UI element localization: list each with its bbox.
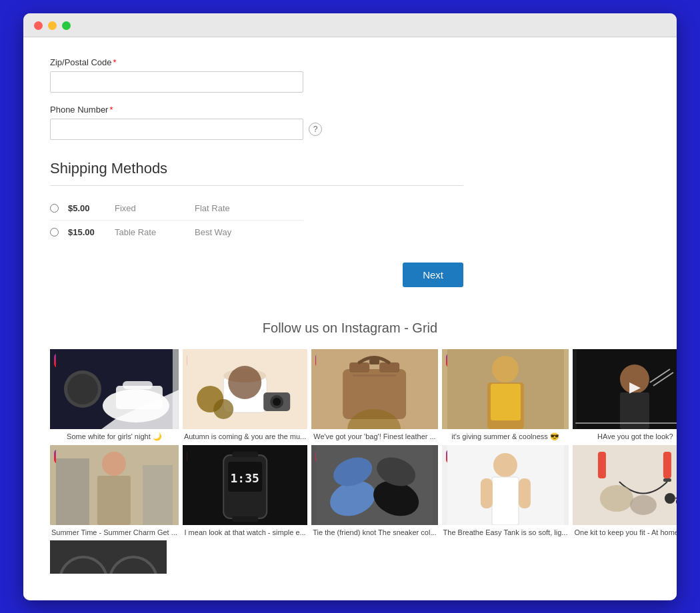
svg-rect-33 xyxy=(97,476,131,525)
instagram-thumb-4 xyxy=(442,349,569,429)
play-button: ▶ xyxy=(629,378,641,396)
svg-point-14 xyxy=(213,399,233,419)
shipping-option-1: $5.00 Fixed Flat Rate xyxy=(50,197,303,221)
instagram-item-11[interactable] xyxy=(50,540,167,574)
svg-rect-34 xyxy=(56,458,89,525)
svg-rect-35 xyxy=(143,465,173,525)
svg-point-12 xyxy=(273,398,281,406)
shipping-name-1: Flat Rate xyxy=(195,203,230,213)
instagram-caption-4: it's giving summer & coolness 😎 xyxy=(442,432,569,441)
phone-input[interactable] xyxy=(50,119,303,140)
next-button[interactable]: Next xyxy=(403,263,463,287)
browser-chrome xyxy=(23,13,677,37)
instagram-caption-10: One kit to keep you fit - At home wo... xyxy=(573,528,677,536)
shipping-radio-2[interactable] xyxy=(50,228,59,237)
instagram-thumb-6 xyxy=(50,445,179,525)
svg-point-5 xyxy=(67,374,98,404)
next-btn-row: Next xyxy=(50,263,650,287)
svg-rect-50 xyxy=(492,477,519,525)
zip-input[interactable] xyxy=(50,71,303,93)
svg-point-58 xyxy=(630,495,657,515)
progress-bar xyxy=(575,422,677,424)
phone-label: Phone Number* xyxy=(50,105,650,115)
svg-point-32 xyxy=(102,452,126,476)
phone-help-icon[interactable]: ? xyxy=(309,123,322,136)
phone-row: ? xyxy=(50,119,650,140)
instagram-section-title: Follow us on Instagram - Grid xyxy=(50,320,650,336)
maximize-button[interactable] xyxy=(62,21,71,30)
instagram-thumb-8 xyxy=(311,445,437,525)
svg-rect-61 xyxy=(50,540,167,574)
zip-required-star: * xyxy=(113,57,117,67)
svg-point-9 xyxy=(228,366,261,399)
instagram-section: Follow us on Instagram - Grid xyxy=(50,314,650,574)
instagram-caption-7: I mean look at that watch - simple e... xyxy=(183,528,307,536)
shipping-type-2: Table Rate xyxy=(115,227,195,237)
instagram-item-7[interactable]: 1:35 I mean look at that watch - simple … xyxy=(183,445,307,536)
instagram-thumb-9 xyxy=(442,445,569,525)
svg-rect-40 xyxy=(232,452,258,457)
shipping-name-2: Best Way xyxy=(195,227,231,237)
svg-rect-3 xyxy=(123,381,153,389)
instagram-caption-6: Summer Time - Summer Charm Get ... xyxy=(50,528,179,536)
shipping-price-1: $5.00 xyxy=(68,203,115,213)
instagram-item-5[interactable]: ▶ ⋯ HAve you got the look? xyxy=(573,349,677,441)
svg-rect-41 xyxy=(232,516,258,522)
instagram-thumb-1 xyxy=(50,349,179,429)
instagram-caption-8: Tie the (friend) knot The sneaker col... xyxy=(311,528,437,536)
instagram-item-6[interactable]: Summer Time - Summer Charm Get ... xyxy=(50,445,179,536)
browser-content: Zip/Postal Code* Phone Number* ? Shippin… xyxy=(23,37,677,600)
close-button[interactable] xyxy=(34,21,43,30)
svg-rect-54 xyxy=(663,452,671,478)
instagram-thumb-11 xyxy=(50,540,167,574)
svg-text:1:35: 1:35 xyxy=(230,471,259,485)
shipping-option-2: $15.00 Table Rate Best Way xyxy=(50,221,303,244)
shipping-divider xyxy=(50,185,463,186)
svg-rect-20 xyxy=(353,374,396,376)
instagram-thumb-10 xyxy=(573,445,677,525)
shipping-type-1: Fixed xyxy=(115,203,195,213)
phone-required-star: * xyxy=(109,105,113,115)
svg-rect-52 xyxy=(519,478,531,508)
shipping-price-2: $15.00 xyxy=(68,227,115,237)
instagram-thumb-7: 1:35 xyxy=(183,445,307,525)
instagram-item-8[interactable]: Tie the (friend) knot The sneaker col... xyxy=(311,445,437,536)
instagram-thumb-2 xyxy=(183,349,307,429)
browser-window: Zip/Postal Code* Phone Number* ? Shippin… xyxy=(23,13,677,600)
instagram-item-4[interactable]: it's giving summer & coolness 😎 xyxy=(442,349,569,441)
svg-rect-19 xyxy=(369,359,379,364)
instagram-caption-9: The Breathe Easy Tank is so soft, lig... xyxy=(442,528,569,536)
instagram-caption-2: Autumn is coming & you are the mu... xyxy=(183,432,307,440)
shipping-radio-1[interactable] xyxy=(50,204,59,213)
svg-rect-53 xyxy=(577,445,677,525)
instagram-item-2[interactable]: Autumn is coming & you are the mu... xyxy=(183,349,307,441)
instagram-item-1[interactable]: Some white for girls' night 🌙 xyxy=(50,349,179,441)
svg-point-59 xyxy=(665,493,675,504)
svg-rect-2 xyxy=(116,386,163,409)
svg-point-57 xyxy=(600,485,633,512)
form-section: Zip/Postal Code* Phone Number* ? xyxy=(50,57,650,140)
svg-point-23 xyxy=(492,356,519,382)
instagram-grid: Some white for girls' night 🌙 xyxy=(50,349,650,536)
minimize-button[interactable] xyxy=(48,21,57,30)
instagram-item-9[interactable]: The Breathe Easy Tank is so soft, lig... xyxy=(442,445,569,536)
instagram-partial-row xyxy=(50,540,650,574)
instagram-item-10[interactable]: One kit to keep you fit - At home wo... xyxy=(573,445,677,536)
zip-field-group: Zip/Postal Code* xyxy=(50,57,650,93)
shipping-title: Shipping Methods xyxy=(50,160,650,177)
instagram-caption-3: We've got your 'bag'! Finest leather ... xyxy=(311,432,437,440)
video-controls: ⋯ xyxy=(573,419,677,426)
phone-label-text: Phone Number xyxy=(50,105,108,115)
instagram-thumb-3 xyxy=(311,349,437,429)
svg-rect-56 xyxy=(598,452,606,478)
svg-rect-55 xyxy=(663,478,671,482)
instagram-thumb-5: ▶ ⋯ xyxy=(573,349,677,429)
instagram-caption-1: Some white for girls' night 🌙 xyxy=(50,432,179,441)
svg-rect-51 xyxy=(481,478,493,508)
zip-label-text: Zip/Postal Code xyxy=(50,57,112,67)
shipping-section: Shipping Methods $5.00 Fixed Flat Rate $… xyxy=(50,160,650,244)
phone-field-group: Phone Number* ? xyxy=(50,105,650,140)
zip-label: Zip/Postal Code* xyxy=(50,57,650,67)
instagram-item-3[interactable]: We've got your 'bag'! Finest leather ... xyxy=(311,349,437,441)
instagram-caption-5: HAve you got the look? xyxy=(573,432,677,440)
